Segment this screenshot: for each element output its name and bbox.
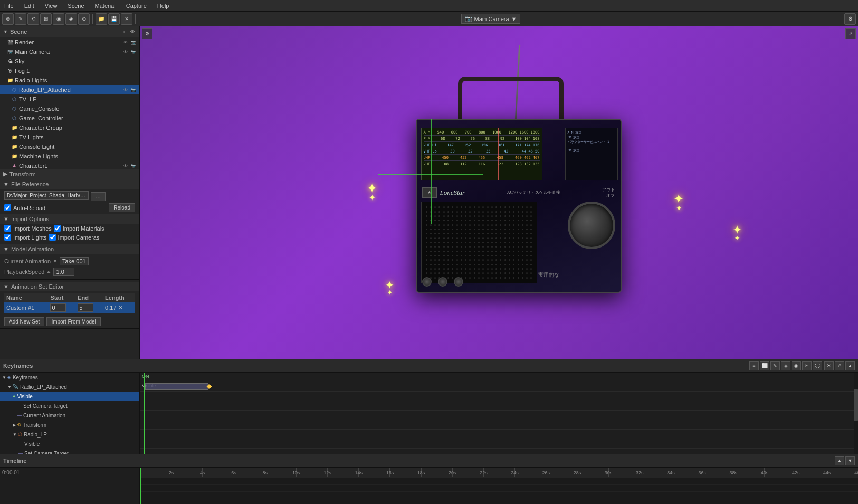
kf-btn-circle[interactable]: ◉ <box>792 361 801 370</box>
charL-eye[interactable]: 👁 <box>122 162 129 169</box>
add-new-set-btn[interactable]: Add New Set <box>4 317 44 326</box>
import-meshes-checkbox[interactable] <box>4 225 11 232</box>
kf-visible-item[interactable]: ● Visible <box>0 392 139 401</box>
import-materials-label[interactable]: Import Materials <box>54 225 104 232</box>
model-animation-header[interactable]: ▼ Model Animation <box>0 244 139 254</box>
menu-material[interactable]: Material <box>93 2 118 10</box>
kf-visible2-item[interactable]: — Visible <box>0 439 139 449</box>
kf-btn-grid[interactable]: ⛶ <box>813 361 822 370</box>
kf-btn-edit[interactable]: ✎ <box>770 361 780 370</box>
tree-item-console-light[interactable]: 📁 Console Light <box>0 142 139 151</box>
toolbar-settings[interactable]: ⚙ <box>844 13 856 25</box>
render-eye[interactable]: 👁 <box>122 39 129 46</box>
file-reference-header[interactable]: ▼ File Reference <box>0 179 139 189</box>
toolbar-btn-10[interactable]: ✕ <box>121 13 132 25</box>
tree-item-machine-lights[interactable]: 📁 Machine Lights <box>0 151 139 161</box>
tree-item-characterL[interactable]: ♟ CharacterL 👁 📷 <box>0 161 139 169</box>
current-animation-dropdown[interactable]: Take 001 <box>60 257 89 265</box>
timeline-collapse-btn[interactable]: ▲ <box>835 456 844 465</box>
auto-reload-checkbox[interactable] <box>4 204 11 211</box>
kf-transform-item[interactable]: ▶ ⟲ Transform <box>0 420 139 430</box>
tree-item-render[interactable]: 🎬 Render 👁 📷 <box>0 37 139 47</box>
camera-selector[interactable]: 📷 Main Camera ▼ <box>461 14 521 24</box>
kf-btn-hash[interactable]: # <box>835 361 844 370</box>
tree-item-main-camera[interactable]: 📷 Main Camera 👁 📷 <box>0 47 139 56</box>
kf-scrollbar-thumb[interactable] <box>854 389 858 422</box>
import-lights-label[interactable]: Import Lights <box>4 234 47 241</box>
import-cameras-label[interactable]: Import Cameras <box>49 234 100 241</box>
radiolp-cam[interactable]: 📷 <box>130 86 137 93</box>
kf-btn-up[interactable]: ▲ <box>845 361 855 370</box>
toolbar-btn-1[interactable]: ⊕ <box>2 13 14 25</box>
tree-item-game-console[interactable]: ⬡ Game_Console <box>0 104 139 113</box>
kf-btn-diamond[interactable]: ◈ <box>781 361 790 370</box>
menu-view[interactable]: View <box>43 2 60 10</box>
viewport-nav-1[interactable]: ↗ <box>845 28 856 39</box>
timeline-expand-btn[interactable]: ▼ <box>845 456 855 465</box>
kf-current-anim-item[interactable]: — Current Animation <box>0 411 139 420</box>
kf-root-item[interactable]: ▼ ◈ Keyframes <box>0 373 139 382</box>
import-lights-checkbox[interactable] <box>4 234 11 241</box>
maincam-cam[interactable]: 📷 <box>130 48 137 55</box>
toolbar-btn-5[interactable]: ◉ <box>53 13 64 25</box>
kf-btn-close[interactable]: ✕ <box>824 361 834 370</box>
viewport-btn-1[interactable]: ⚙ <box>142 28 152 39</box>
toolbar-btn-6[interactable]: ◈ <box>65 13 77 25</box>
tree-item-game-controller[interactable]: ⬡ Game_Controller <box>0 113 139 123</box>
kf-set-camera2-item[interactable]: — Set Camera Target <box>0 449 139 454</box>
viewport[interactable]: ⚙ ↗ A M54060070080010001200 1600 1800 <box>140 26 858 359</box>
anim-set-row-1[interactable]: Custom #1 0.17 ✕ <box>4 302 135 313</box>
maincam-eye[interactable]: 👁 <box>122 48 129 55</box>
timeline-right[interactable]: 0s2s4s6s8s10s12s14s16s18s20s22s24s26s28s… <box>140 468 858 504</box>
kf-btn-fold[interactable]: ≡ <box>749 361 759 370</box>
import-meshes-label[interactable]: Import Meshes <box>4 225 52 232</box>
menu-scene[interactable]: Scene <box>65 2 86 10</box>
toolbar-btn-3[interactable]: ⟲ <box>27 13 39 25</box>
toolbar-btn-8[interactable]: 📁 <box>96 13 107 25</box>
toolbar-btn-9[interactable]: 💾 <box>108 13 120 25</box>
tree-item-radio-lp-attached[interactable]: ⬡ Radio_LP_Attached 👁 📷 <box>0 85 139 94</box>
kf-radio-lp-item[interactable]: ▼ 📎 Radio_LP_Attached <box>0 382 139 392</box>
import-options-header[interactable]: ▼ Import Options <box>0 214 139 224</box>
anim-set-end-input[interactable] <box>78 303 93 312</box>
speaker-dot <box>438 259 440 261</box>
tree-item-tv-lp[interactable]: ⬡ TV_LP <box>0 94 139 104</box>
menu-capture[interactable]: Capture <box>124 2 149 10</box>
speaker-dot <box>513 220 514 221</box>
render-cam[interactable]: 📷 <box>130 39 137 46</box>
anim-set-delete-btn[interactable]: ✕ <box>118 305 123 311</box>
toolbar-btn-4[interactable]: ⊞ <box>40 13 52 25</box>
transform-header[interactable]: ▶ Transform <box>0 169 139 179</box>
menu-help[interactable]: Help <box>155 2 171 10</box>
tree-item-sky[interactable]: 🌤 Sky <box>0 56 139 66</box>
anim-set-start-input[interactable] <box>50 303 66 312</box>
radiolp-eye[interactable]: 👁 <box>122 86 129 93</box>
kf-btn-box[interactable]: ⬜ <box>760 361 769 370</box>
playback-speed-input[interactable] <box>53 268 74 276</box>
import-materials-checkbox[interactable] <box>54 225 61 232</box>
animation-set-editor-header[interactable]: ▼ Animation Set Editor <box>0 282 139 291</box>
tree-item-fog1[interactable]: 🌫 Fog 1 <box>0 66 139 75</box>
tree-item-tv-lights[interactable]: 📁 TV Lights <box>0 132 139 142</box>
import-cameras-checkbox[interactable] <box>49 234 56 241</box>
menu-file[interactable]: File <box>2 2 16 10</box>
scene-add-btn[interactable]: + <box>120 28 128 35</box>
toolbar-btn-2[interactable]: ✎ <box>15 13 26 25</box>
tree-item-radio-lights[interactable]: 📁 Radio Lights <box>0 75 139 85</box>
file-path-input[interactable] <box>4 191 89 200</box>
tree-label-radio-lp-attached: Radio_LP_Attached <box>19 87 122 93</box>
toolbar-btn-7[interactable]: ⊙ <box>78 13 90 25</box>
kf-set-camera-item[interactable]: — Set Camera Target <box>0 401 139 411</box>
scene-eye-btn[interactable]: 👁 <box>129 28 136 35</box>
kf-scrollbar[interactable] <box>854 373 858 454</box>
kf-radio-lp-child-item[interactable]: ▼ ⬡ Radio_LP <box>0 430 139 439</box>
scene-panel-header[interactable]: ▼ Scene + 👁 <box>0 26 139 37</box>
browse-btn[interactable]: … <box>91 192 106 201</box>
reload-btn[interactable]: Reload <box>109 203 135 212</box>
menu-edit[interactable]: Edit <box>22 2 36 10</box>
kf-on-label: ON <box>142 374 149 379</box>
charL-cam[interactable]: 📷 <box>130 162 137 169</box>
tree-item-character-group[interactable]: 📁 Character Group <box>0 123 139 132</box>
kf-btn-cut[interactable]: ✂ <box>802 361 812 370</box>
import-from-model-btn[interactable]: Import From Model <box>46 317 100 326</box>
